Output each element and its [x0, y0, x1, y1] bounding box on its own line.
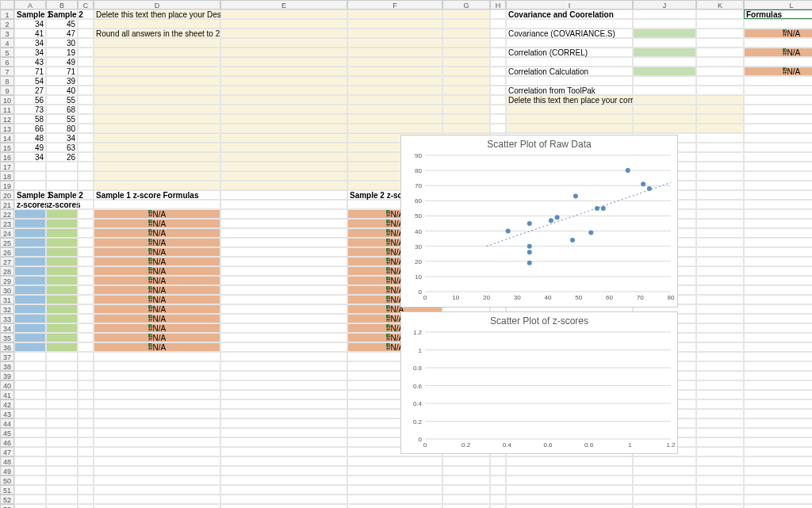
cell-B6[interactable]: 49 — [46, 57, 78, 67]
cell-L5[interactable]: #N/A — [744, 48, 812, 57]
cell-G4[interactable] — [442, 38, 490, 48]
cell-D17[interactable] — [94, 162, 220, 171]
cell-E14[interactable] — [220, 133, 347, 143]
cell-J5[interactable] — [633, 48, 696, 57]
cell-D44[interactable] — [94, 418, 220, 428]
cell-J12[interactable] — [633, 114, 696, 124]
cell-K42[interactable] — [696, 399, 744, 409]
cell-J3[interactable] — [633, 29, 696, 38]
cell-H6[interactable] — [490, 57, 506, 67]
cell-L53[interactable] — [744, 504, 812, 508]
cell-L35[interactable] — [744, 333, 812, 342]
col-header-J[interactable]: J — [633, 0, 696, 10]
cell-D9[interactable] — [94, 86, 220, 95]
cell-D16[interactable] — [94, 152, 220, 162]
cell-J7[interactable] — [633, 67, 696, 76]
cell-D15[interactable] — [94, 143, 220, 152]
cell-K53[interactable] — [696, 504, 744, 508]
cell-L23[interactable] — [744, 219, 812, 228]
col-header-B[interactable]: B — [46, 0, 78, 10]
cell-B12[interactable]: 55 — [46, 114, 78, 124]
cell-E26[interactable] — [220, 247, 347, 257]
cell-I10[interactable]: Delete this text then place your correla… — [506, 95, 633, 105]
cell-K30[interactable] — [696, 285, 744, 295]
cell-D36[interactable]: #N/A — [94, 342, 220, 352]
row-header-14[interactable]: 14 — [0, 133, 14, 143]
cell-L48[interactable] — [744, 456, 812, 466]
cell-D19[interactable] — [94, 181, 220, 190]
cell-L22[interactable] — [744, 209, 812, 219]
cell-J8[interactable] — [633, 76, 696, 86]
cell-B45[interactable] — [46, 428, 78, 437]
cell-L28[interactable] — [744, 266, 812, 276]
cell-G48[interactable] — [442, 456, 490, 466]
cell-A28[interactable] — [14, 266, 46, 276]
cell-B19[interactable] — [46, 181, 78, 190]
row-header-17[interactable]: 17 — [0, 162, 14, 171]
cell-D35[interactable]: #N/A — [94, 333, 220, 342]
row-header-31[interactable]: 31 — [0, 295, 14, 304]
cell-A16[interactable]: 34 — [14, 152, 46, 162]
cell-L4[interactable] — [744, 38, 812, 48]
cell-C32[interactable] — [78, 304, 94, 314]
cell-L49[interactable] — [744, 466, 812, 476]
cell-D51[interactable] — [94, 485, 220, 495]
row-header-24[interactable]: 24 — [0, 228, 14, 238]
cell-F51[interactable] — [347, 485, 442, 495]
cell-F11[interactable] — [347, 105, 442, 114]
cell-K8[interactable] — [696, 76, 744, 86]
cell-D13[interactable] — [94, 124, 220, 133]
cell-C39[interactable] — [78, 371, 94, 380]
cell-I13[interactable] — [506, 124, 633, 133]
cell-K1[interactable] — [696, 10, 744, 19]
cell-A29[interactable] — [14, 276, 46, 285]
col-header-K[interactable]: K — [696, 0, 744, 10]
cell-D37[interactable] — [94, 352, 220, 361]
cell-D26[interactable]: #N/A — [94, 247, 220, 257]
cell-K3[interactable] — [696, 29, 744, 38]
row-header-8[interactable]: 8 — [0, 76, 14, 86]
cell-I53[interactable] — [506, 504, 633, 508]
row-header-13[interactable]: 13 — [0, 124, 14, 133]
cell-J48[interactable] — [633, 456, 696, 466]
cell-D38[interactable] — [94, 361, 220, 371]
cell-J50[interactable] — [633, 476, 696, 485]
cell-C22[interactable] — [78, 209, 94, 219]
cell-C21[interactable] — [78, 200, 94, 209]
cell-K28[interactable] — [696, 266, 744, 276]
cell-C3[interactable] — [78, 29, 94, 38]
cell-C49[interactable] — [78, 466, 94, 476]
cell-L52[interactable] — [744, 495, 812, 504]
row-header-46[interactable]: 46 — [0, 437, 14, 447]
cell-E35[interactable] — [220, 333, 347, 342]
cell-E27[interactable] — [220, 257, 347, 266]
cell-B33[interactable] — [46, 314, 78, 323]
row-header-16[interactable]: 16 — [0, 152, 14, 162]
cell-F5[interactable] — [347, 48, 442, 57]
cell-E15[interactable] — [220, 143, 347, 152]
row-header-41[interactable]: 41 — [0, 390, 14, 399]
cell-K47[interactable] — [696, 447, 744, 456]
row-header-12[interactable]: 12 — [0, 114, 14, 124]
col-header-C[interactable]: C — [78, 0, 94, 10]
cell-H4[interactable] — [490, 38, 506, 48]
cell-B26[interactable] — [46, 247, 78, 257]
cell-K25[interactable] — [696, 238, 744, 247]
cell-B8[interactable]: 39 — [46, 76, 78, 86]
cell-B43[interactable] — [46, 409, 78, 418]
cell-K16[interactable] — [696, 152, 744, 162]
cell-L24[interactable] — [744, 228, 812, 238]
cell-G10[interactable] — [442, 95, 490, 105]
cell-A31[interactable] — [14, 295, 46, 304]
cell-H7[interactable] — [490, 67, 506, 76]
cell-F8[interactable] — [347, 76, 442, 86]
cell-D53[interactable] — [94, 504, 220, 508]
cell-B28[interactable] — [46, 266, 78, 276]
cell-E13[interactable] — [220, 124, 347, 133]
cell-A9[interactable]: 27 — [14, 86, 46, 95]
cell-F53[interactable] — [347, 504, 442, 508]
row-header-28[interactable]: 28 — [0, 266, 14, 276]
cell-J9[interactable] — [633, 86, 696, 95]
cell-A1[interactable]: Sample 1 — [14, 10, 46, 19]
cell-C42[interactable] — [78, 399, 94, 409]
